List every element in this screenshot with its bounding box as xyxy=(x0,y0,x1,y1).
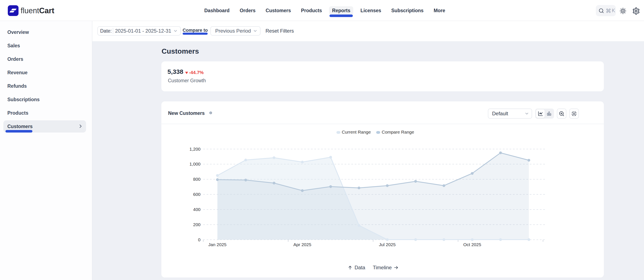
svg-text:1,000: 1,000 xyxy=(189,162,200,166)
svg-text:1,200: 1,200 xyxy=(189,147,200,152)
svg-text:200: 200 xyxy=(193,222,200,227)
svg-text:800: 800 xyxy=(193,177,200,182)
svg-text:Jul 2025: Jul 2025 xyxy=(379,242,396,247)
svg-text:Jan 2025: Jan 2025 xyxy=(208,242,226,247)
svg-text:0: 0 xyxy=(198,237,200,242)
svg-text:Apr 2025: Apr 2025 xyxy=(293,242,311,247)
svg-text:400: 400 xyxy=(193,207,200,212)
svg-text:600: 600 xyxy=(193,192,200,197)
svg-text:Oct 2025: Oct 2025 xyxy=(463,242,481,247)
